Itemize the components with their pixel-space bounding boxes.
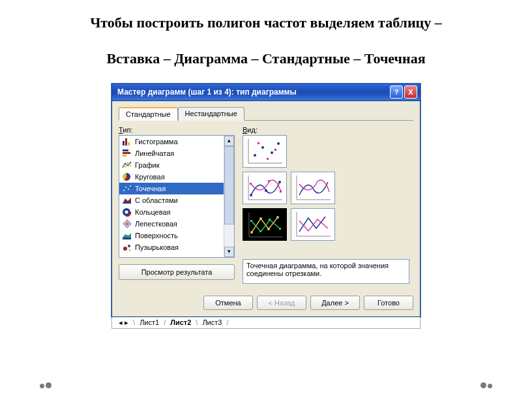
svg-point-29 (277, 142, 280, 145)
svg-rect-5 (123, 155, 126, 157)
radar-icon (122, 219, 132, 228)
svg-rect-52 (269, 219, 271, 221)
pie-icon (122, 172, 132, 181)
svg-point-16 (125, 210, 128, 213)
surface-icon (122, 231, 132, 240)
type-item-surface[interactable]: Поверхность (119, 230, 224, 241)
svg-point-36 (265, 189, 267, 192)
chart-type-list[interactable]: Гистограмма Линейчатая График Круговая Т… (119, 135, 235, 258)
type-label: Тип: (119, 126, 235, 134)
line-icon (122, 161, 132, 170)
svg-rect-53 (279, 228, 281, 230)
svg-rect-32 (274, 149, 276, 151)
svg-point-48 (267, 228, 270, 230)
svg-rect-30 (258, 142, 259, 144)
area-icon (122, 196, 132, 205)
slide-dots-right (480, 379, 493, 391)
back-button: < Назад (257, 296, 306, 310)
svg-rect-7 (122, 184, 132, 193)
svg-point-37 (278, 181, 281, 183)
heading-line2: Вставка – Диаграмма – Стандартные – Точе… (26, 49, 506, 69)
sheet-nav[interactable]: ◂ ▸ (116, 318, 131, 327)
view-label: Вид: (243, 126, 413, 134)
view-panel: Вид: (243, 125, 413, 284)
chart-wizard-window: Мастер диаграмм (шаг 1 из 4): тип диагра… (111, 84, 421, 317)
svg-rect-39 (268, 180, 270, 182)
type-item-pie[interactable]: Круговая (119, 171, 224, 183)
svg-point-11 (130, 185, 131, 187)
window-title: Мастер диаграмм (шаг 1 из 4): тип диагра… (117, 87, 389, 97)
svg-rect-0 (123, 141, 125, 146)
svg-rect-50 (250, 220, 252, 222)
tab-row: Стандартные Нестандартные (119, 106, 413, 121)
subtype-grid (243, 135, 387, 253)
subtype-scatter-markers[interactable] (243, 135, 287, 168)
wizard-footer: Отмена < Назад Далее > Готово (112, 290, 420, 316)
slide-dots-left (39, 379, 52, 391)
svg-rect-2 (128, 142, 130, 146)
scatter-icon (122, 184, 132, 193)
type-panel: Тип: Гистограмма Линейчатая График Круго… (119, 125, 235, 284)
svg-point-21 (123, 247, 127, 251)
svg-point-10 (128, 189, 129, 190)
svg-point-22 (128, 245, 130, 247)
scroll-thumb[interactable] (224, 146, 234, 224)
svg-marker-20 (123, 238, 131, 239)
svg-point-8 (123, 190, 125, 191)
help-button[interactable]: ? (390, 85, 403, 99)
svg-rect-51 (259, 230, 261, 232)
finish-button[interactable]: Готово (364, 296, 413, 310)
scroll-up-button[interactable]: ▴ (224, 136, 234, 146)
subtype-description: Точечная диаграмма, на которой значения … (243, 259, 409, 284)
page-heading: Чтобы построить полигон частот выделяем … (0, 0, 532, 72)
svg-point-26 (254, 154, 256, 157)
svg-point-46 (250, 231, 253, 234)
type-item-bubble[interactable]: Пузырьковая (119, 241, 224, 253)
subtype-scatter-smooth[interactable] (291, 172, 335, 204)
bar-icon (122, 149, 132, 158)
type-item-doughnut[interactable]: Кольцевая (119, 206, 224, 218)
svg-rect-38 (250, 183, 252, 185)
bubble-icon (122, 243, 132, 252)
tab-standard[interactable]: Стандартные (119, 107, 178, 121)
svg-rect-3 (123, 149, 128, 151)
svg-point-23 (129, 249, 131, 251)
svg-point-49 (276, 216, 279, 219)
next-button[interactable]: Далее > (310, 296, 360, 310)
preview-result-button[interactable]: Просмотр результата (119, 264, 235, 280)
cancel-button[interactable]: Отмена (203, 296, 253, 310)
svg-rect-31 (267, 158, 269, 160)
heading-line1: Чтобы построить полигон частот выделяем … (90, 14, 442, 31)
svg-rect-40 (280, 191, 282, 192)
tab-custom[interactable]: Нестандартные (178, 107, 244, 121)
subtype-scatter-lines[interactable] (291, 208, 335, 241)
sheet-tab-2[interactable]: Лист2 (168, 318, 194, 326)
subtype-scatter-lines-markers[interactable] (243, 208, 287, 241)
svg-point-9 (125, 187, 126, 188)
scroll-down-button[interactable]: ▾ (224, 247, 234, 257)
svg-marker-19 (123, 233, 131, 238)
svg-point-47 (259, 217, 262, 220)
svg-point-28 (271, 151, 273, 154)
svg-rect-1 (125, 138, 127, 146)
histogram-icon (122, 137, 132, 146)
type-item-line[interactable]: График (119, 159, 224, 171)
sheet-tab-3[interactable]: Лист3 (200, 318, 224, 326)
subtype-scatter-smooth-markers[interactable] (243, 172, 287, 204)
type-item-radar[interactable]: Лепестковая (119, 218, 224, 230)
sheet-tabs[interactable]: ◂ ▸ Лист1 Лист2 Лист3 (111, 317, 421, 329)
doughnut-icon (122, 208, 132, 217)
titlebar[interactable]: Мастер диаграмм (шаг 1 из 4): тип диагра… (112, 84, 420, 101)
type-item-histogram[interactable]: Гистограмма (119, 136, 224, 147)
close-button[interactable]: X (404, 85, 417, 99)
type-item-bar[interactable]: Линейчатая (119, 147, 224, 159)
svg-point-35 (250, 194, 252, 196)
type-list-scrollbar[interactable]: ▴ ▾ (224, 136, 234, 257)
type-item-area[interactable]: С областями (119, 194, 224, 206)
sheet-tab-1[interactable]: Лист1 (137, 318, 162, 326)
type-item-scatter[interactable]: Точечная (119, 183, 224, 194)
svg-point-27 (261, 146, 264, 149)
window-body: Стандартные Нестандартные Тип: Гистограм… (112, 101, 420, 290)
svg-rect-4 (123, 152, 130, 154)
